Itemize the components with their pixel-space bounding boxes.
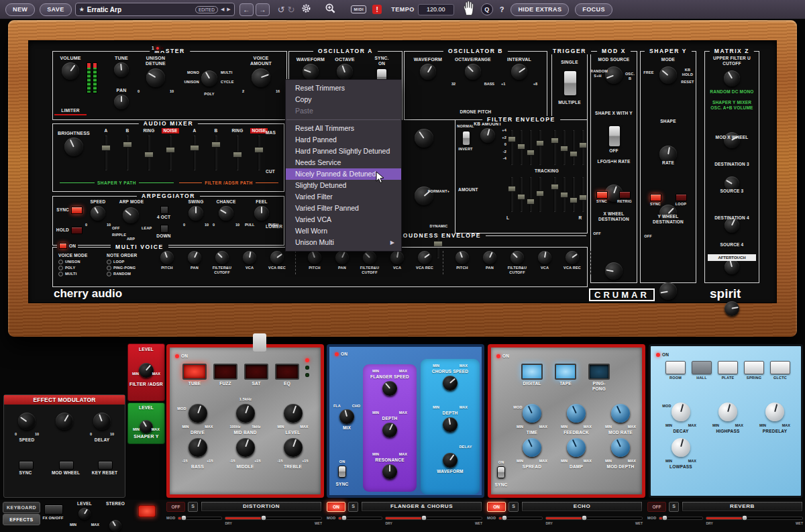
vca-rec-trimmer-knob[interactable] [566, 251, 579, 264]
distortion-knob[interactable] [236, 404, 255, 423]
vca-rec-trimmer-knob[interactable] [270, 251, 284, 264]
context-menu-item[interactable]: Reset All Trimmers [286, 123, 401, 134]
fx-level-knob[interactable] [78, 508, 91, 520]
pan-knob[interactable] [114, 95, 129, 109]
mixer-channel-slider[interactable] [233, 135, 242, 171]
mixer-channel-slider[interactable] [123, 135, 132, 171]
tempo-value[interactable]: 120.00 [418, 4, 454, 15]
shape-x-switch[interactable] [608, 125, 621, 147]
voice-mode-option[interactable]: MULTI [58, 272, 101, 276]
env-slider[interactable] [560, 176, 568, 213]
keyboard-toggle-button[interactable]: KEYBOARD [3, 502, 40, 513]
pitch-trimmer-knob[interactable] [160, 251, 174, 264]
echo-mode-button[interactable] [588, 364, 610, 380]
favorite-star-icon[interactable]: ★ [79, 6, 85, 13]
env-slider[interactable] [551, 129, 559, 166]
strip-power-button[interactable]: ON [327, 502, 345, 512]
reverb-mode-button[interactable] [665, 361, 686, 374]
upper-cutoff-knob[interactable] [724, 70, 740, 87]
echo-mode-button[interactable] [521, 364, 543, 380]
flanger-sync-switch[interactable] [338, 466, 346, 478]
note-order-option[interactable]: LOOP [107, 260, 151, 264]
env-slider[interactable] [570, 129, 578, 166]
fx-stereo-knob[interactable] [109, 520, 121, 532]
voice-mode-option[interactable]: POLY [58, 266, 101, 270]
arp-down-button[interactable] [160, 225, 168, 233]
context-menu-item[interactable]: Unison Multi ▶ [286, 237, 401, 248]
tune-knob[interactable] [114, 62, 129, 77]
arp-chance-knob[interactable] [219, 206, 233, 221]
shaper-sync-button[interactable] [650, 194, 661, 201]
preset-box[interactable]: ★ Erratic Arp EDITED ◀ ▶ [75, 3, 235, 16]
alert-icon[interactable]: ! [372, 5, 382, 14]
context-menu-item[interactable]: Varied VCA [286, 214, 401, 225]
context-menu-item[interactable]: Hard Panned Slightly Detuned [286, 146, 401, 157]
reverb-mode-button[interactable] [718, 361, 738, 374]
strip-mix-slider[interactable] [385, 517, 482, 520]
context-menu-item[interactable]: Paste [286, 105, 401, 117]
context-menu-item[interactable]: Copy [286, 94, 401, 105]
flanger-depth-knob[interactable] [382, 423, 397, 437]
distortion-knob[interactable] [284, 438, 303, 457]
chorus-depth-knob[interactable] [443, 417, 458, 432]
echo-knob[interactable] [523, 438, 541, 457]
distortion-mode-button[interactable] [244, 364, 268, 380]
trigger-switch[interactable] [564, 70, 577, 96]
reverb-knob[interactable] [718, 403, 737, 421]
distortion-knob[interactable] [236, 438, 255, 457]
strip-solo-button[interactable]: S [669, 502, 679, 512]
echo-mode-button[interactable] [555, 364, 576, 380]
em-mod-wheel-button[interactable] [59, 461, 74, 470]
new-button[interactable]: NEW [5, 3, 35, 16]
echo-knob[interactable] [523, 404, 541, 423]
echo-knob[interactable] [567, 404, 586, 423]
note-order-option[interactable]: RANDOM [107, 272, 151, 276]
strip-mod-slider[interactable] [178, 517, 222, 520]
zoom-icon[interactable] [325, 3, 336, 17]
echo-sync-switch[interactable] [497, 466, 505, 478]
x-wheel-dest-knob[interactable] [605, 262, 623, 280]
filter-trimmer-knob[interactable] [363, 251, 376, 264]
arp-swing-knob[interactable] [189, 206, 203, 221]
save-button[interactable]: SAVE [40, 3, 71, 16]
pan-trimmer-knob[interactable] [483, 251, 496, 264]
lower-cutoff-knob[interactable] [415, 129, 433, 148]
strip-solo-button[interactable]: S [188, 502, 198, 512]
mixer-channel-slider[interactable] [166, 135, 175, 171]
echo-knob[interactable] [567, 438, 586, 457]
env-slider[interactable] [517, 129, 525, 166]
brightness-knob[interactable] [64, 138, 83, 156]
echo-knob[interactable] [611, 438, 630, 457]
osc-b-octave-knob[interactable] [465, 64, 481, 80]
context-menu-item[interactable] [286, 119, 400, 120]
source-3-knob[interactable] [724, 260, 739, 274]
distortion-mode-button[interactable] [182, 364, 207, 380]
preset-forward-button[interactable]: → [256, 3, 270, 16]
chorus-waveform-knob[interactable] [443, 453, 458, 468]
vca-trimmer-knob[interactable] [243, 251, 256, 264]
context-menu-item[interactable]: Well Worn [286, 225, 401, 237]
preset-back-button[interactable]: ← [239, 3, 254, 16]
osc-a-octave-knob[interactable] [337, 64, 353, 80]
pan-trimmer-knob[interactable] [335, 251, 349, 264]
pitch-trimmer-knob[interactable] [455, 251, 469, 264]
env-slider[interactable] [508, 129, 516, 166]
vca-trimmer-knob[interactable] [390, 251, 404, 264]
strip-solo-button[interactable]: S [348, 502, 358, 512]
quick-access-icon[interactable]: Q [481, 3, 493, 15]
strip-mod-slider[interactable] [338, 517, 382, 520]
radio-icon[interactable] [107, 272, 111, 276]
env-slider[interactable] [517, 176, 525, 213]
env-slider[interactable] [570, 176, 578, 213]
strip-mix-slider[interactable] [706, 517, 803, 520]
strip-solo-button[interactable]: S [508, 502, 519, 512]
flanger-resonance-knob[interactable] [382, 464, 397, 479]
preset-name[interactable]: Erratic Arp [87, 6, 193, 13]
reverb-knob[interactable] [765, 403, 784, 421]
distortion-knob[interactable] [189, 438, 207, 457]
mixer-channel-slider[interactable] [190, 135, 199, 171]
reverb-mode-button[interactable] [744, 361, 764, 374]
note-order-option[interactable]: PING-PONG [107, 266, 151, 270]
radio-icon[interactable] [58, 272, 63, 276]
arp-hold-button[interactable] [71, 227, 83, 234]
